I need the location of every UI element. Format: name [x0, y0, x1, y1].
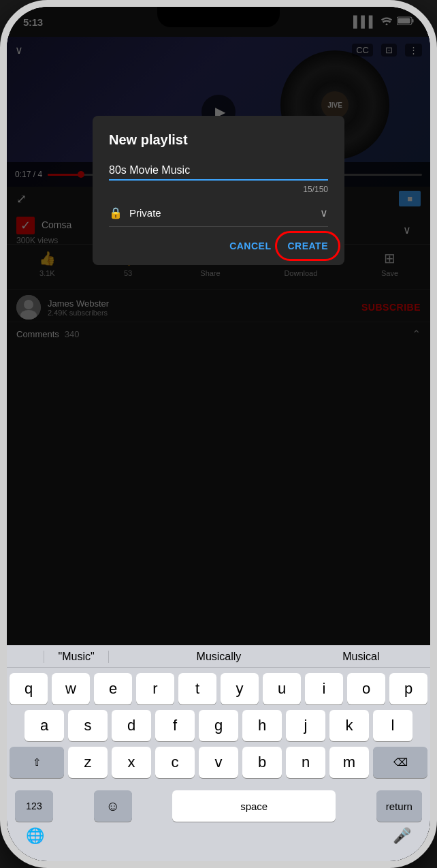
key-j[interactable]: j: [286, 710, 325, 741]
char-count: 15/150: [303, 185, 328, 194]
autocorrect-word-3[interactable]: Musical: [329, 651, 393, 663]
new-playlist-modal: New playlist 15/150 🔒 Private ∨ CANCEL C…: [93, 116, 344, 265]
notch: [157, 7, 280, 27]
phone-screen: 5:13 ▌▌▌: [7, 7, 430, 861]
emoji-key[interactable]: ☺: [94, 790, 132, 822]
key-r[interactable]: r: [136, 673, 174, 704]
key-w[interactable]: w: [52, 673, 90, 704]
keyboard-row-1: q w e r t y u i o p: [10, 673, 427, 704]
key-q[interactable]: q: [10, 673, 48, 704]
globe-icon[interactable]: 🌐: [20, 827, 50, 845]
key-f[interactable]: f: [155, 710, 195, 741]
key-m[interactable]: m: [329, 747, 369, 778]
key-e[interactable]: e: [94, 673, 132, 704]
autocorrect-word-1[interactable]: "Music": [44, 651, 108, 663]
autocorrect-word-2[interactable]: Musically: [183, 651, 255, 663]
key-v[interactable]: v: [199, 747, 238, 778]
playlist-name-input[interactable]: [109, 161, 328, 181]
playlist-input-container: 15/150: [109, 161, 328, 181]
lock-icon: 🔒: [109, 206, 123, 219]
key-g[interactable]: g: [199, 710, 238, 741]
modal-title: New playlist: [109, 132, 328, 148]
key-i[interactable]: i: [305, 673, 343, 704]
phone-frame: 5:13 ▌▌▌: [0, 0, 437, 868]
key-n[interactable]: n: [286, 747, 325, 778]
modal-actions: CANCEL CREATE: [109, 241, 328, 251]
create-button[interactable]: CREATE: [287, 241, 328, 251]
keyboard-bottom-row: 123 ☺ space return: [7, 786, 430, 822]
key-k[interactable]: k: [329, 710, 369, 741]
keyboard: "Music" Musically Musical q w e r t y u …: [7, 645, 430, 861]
key-x[interactable]: x: [112, 747, 151, 778]
autocorrect-bar: "Music" Musically Musical: [7, 645, 430, 668]
key-a[interactable]: a: [25, 710, 64, 741]
privacy-label: Private: [129, 207, 320, 219]
backspace-key[interactable]: ⌫: [373, 747, 427, 778]
microphone-icon[interactable]: 🎤: [387, 827, 417, 845]
key-z[interactable]: z: [68, 747, 108, 778]
key-d[interactable]: d: [112, 710, 151, 741]
space-key[interactable]: space: [172, 790, 336, 822]
key-t[interactable]: t: [178, 673, 216, 704]
shift-key[interactable]: ⇧: [10, 747, 64, 778]
key-b[interactable]: b: [242, 747, 282, 778]
keyboard-extras: 🌐 🎤: [7, 822, 430, 848]
key-h[interactable]: h: [242, 710, 282, 741]
key-l[interactable]: l: [373, 710, 412, 741]
cancel-button[interactable]: CANCEL: [229, 241, 271, 251]
privacy-dropdown[interactable]: 🔒 Private ∨: [109, 200, 328, 227]
key-rows: q w e r t y u i o p a s d f g: [7, 668, 430, 786]
keyboard-row-3: ⇧ z x c v b n m ⌫: [10, 747, 427, 778]
key-u[interactable]: u: [263, 673, 301, 704]
numbers-key[interactable]: 123: [15, 790, 53, 822]
keyboard-row-2: a s d f g h j k l: [10, 710, 427, 741]
key-s[interactable]: s: [68, 710, 108, 741]
key-c[interactable]: c: [155, 747, 195, 778]
privacy-chevron-icon: ∨: [320, 206, 328, 219]
key-y[interactable]: y: [221, 673, 259, 704]
return-key[interactable]: return: [376, 790, 422, 822]
key-o[interactable]: o: [347, 673, 385, 704]
key-p[interactable]: p: [389, 673, 427, 704]
